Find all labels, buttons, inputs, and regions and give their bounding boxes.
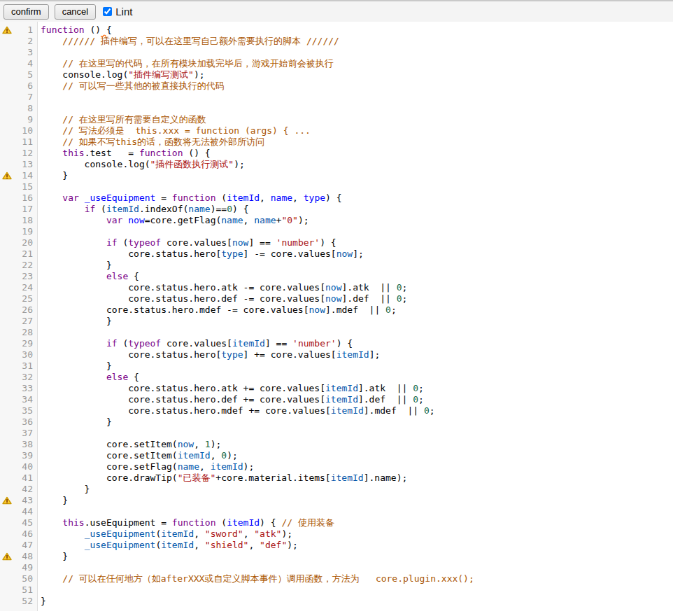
code-line[interactable]: 15 — [0, 181, 673, 192]
gutter-marker-empty — [0, 103, 13, 114]
code-line[interactable]: 37 — [0, 428, 673, 439]
code-line-text: } — [38, 260, 112, 271]
code-line[interactable]: 11 // 如果不写this的话，函数将无法被外部所访问 — [0, 136, 673, 148]
code-line[interactable]: 27 } — [0, 316, 673, 327]
code-line[interactable]: 38 core.setItem(now, 1); — [0, 439, 673, 450]
code-line[interactable]: 10 // 写法必须是 this.xxx = function (args) {… — [0, 125, 673, 136]
gutter-marker-empty — [0, 80, 13, 92]
lint-warning-icon[interactable] — [0, 170, 13, 181]
code-line[interactable]: 50 // 可以在任何地方（如afterXXX或自定义脚本事件）调用函数，方法为… — [0, 573, 673, 584]
code-line[interactable]: 48 } — [0, 551, 673, 562]
code-line[interactable]: 24 core.status.hero.atk -= core.values[n… — [0, 282, 673, 293]
code-line[interactable]: 7 — [0, 92, 673, 103]
code-line[interactable]: 43 } — [0, 495, 673, 506]
code-line-text: } — [38, 416, 112, 428]
code-line[interactable]: 39 core.setItem(itemId, 0); — [0, 450, 673, 461]
code-line[interactable]: 45 this.useEquipment = function (itemId)… — [0, 517, 673, 528]
gutter-marker-empty — [0, 69, 13, 80]
gutter-marker-empty — [0, 316, 13, 327]
code-line[interactable]: 25 core.status.hero.def -= core.values[n… — [0, 293, 673, 304]
code-line[interactable]: 31 } — [0, 360, 673, 372]
line-number: 11 — [13, 136, 38, 148]
code-line[interactable]: 22 } — [0, 260, 673, 271]
code-line-text: console.log("插件函数执行测试"); — [38, 159, 245, 170]
line-number: 20 — [13, 237, 38, 248]
code-line[interactable]: 51 — [0, 584, 673, 596]
lint-label: Lint — [115, 6, 132, 18]
code-line[interactable]: 20 if (typeof core.values[now] == 'numbe… — [0, 237, 673, 248]
code-line-text — [38, 181, 41, 192]
gutter-marker-empty — [0, 204, 13, 215]
code-line[interactable]: 6 // 可以写一些其他的被直接执行的代码 — [0, 80, 673, 92]
code-line-text: // 可以在任何地方（如afterXXX或自定义脚本事件）调用函数，方法为 co… — [38, 573, 474, 584]
code-line[interactable]: 44 — [0, 506, 673, 517]
code-line[interactable]: 21 core.status.hero[type] -= core.values… — [0, 248, 673, 260]
code-line-text — [38, 226, 41, 237]
code-line[interactable]: 23 else { — [0, 271, 673, 282]
code-line[interactable]: 47 _useEquipment(itemId, "shield", "def"… — [0, 540, 673, 551]
code-line[interactable]: 34 core.status.hero.def += core.values[i… — [0, 394, 673, 405]
line-number: 4 — [13, 58, 38, 69]
code-line[interactable]: 42 } — [0, 484, 673, 495]
gutter-marker-empty — [0, 383, 13, 394]
line-number: 15 — [13, 181, 38, 192]
line-number: 41 — [13, 472, 38, 484]
lint-checkbox[interactable] — [103, 7, 112, 16]
code-line[interactable]: 40 core.setFlag(name, itemId); — [0, 461, 673, 472]
code-line[interactable]: 16 var _useEquipment = function (itemId,… — [0, 192, 673, 204]
gutter-marker-empty — [0, 47, 13, 58]
code-line[interactable]: 19 — [0, 226, 673, 237]
code-line-text — [38, 92, 41, 103]
line-number: 26 — [13, 304, 38, 316]
line-number: 14 — [13, 170, 38, 181]
line-number: 8 — [13, 103, 38, 114]
code-line[interactable]: 33 core.status.hero.atk += core.values[i… — [0, 383, 673, 394]
code-line-text: if (itemId.indexOf(name)==0) { — [38, 204, 248, 215]
code-line[interactable]: 41 core.drawTip("已装备"+core.material.item… — [0, 472, 673, 484]
code-line[interactable]: 17 if (itemId.indexOf(name)==0) { — [0, 204, 673, 215]
confirm-button[interactable]: confirm — [3, 4, 49, 20]
code-line[interactable]: 14 } — [0, 170, 673, 181]
code-editor[interactable]: 1function () {2 ////// 插件编写，可以在这里写自己额外需要… — [0, 22, 673, 611]
code-line-text — [38, 428, 41, 439]
lint-toggle[interactable]: Lint — [103, 6, 132, 18]
code-line-text: else { — [38, 372, 139, 383]
line-number: 18 — [13, 215, 38, 226]
gutter-marker-empty — [0, 360, 13, 372]
code-line[interactable]: 4 // 在这里写的代码，在所有模块加载完毕后，游戏开始前会被执行 — [0, 58, 673, 69]
code-line-text: _useEquipment(itemId, "shield", "def"); — [38, 540, 298, 551]
gutter-marker-empty — [0, 562, 13, 573]
code-line[interactable]: 35 core.status.hero.mdef += core.values[… — [0, 405, 673, 416]
code-line[interactable]: 5 console.log("插件编写测试"); — [0, 69, 673, 80]
lint-warning-icon[interactable] — [0, 551, 13, 562]
code-line[interactable]: 13 console.log("插件函数执行测试"); — [0, 159, 673, 170]
code-line[interactable]: 29 if (typeof core.values[itemId] == 'nu… — [0, 338, 673, 349]
code-line[interactable]: 9 // 在这里写所有需要自定义的函数 — [0, 114, 673, 125]
code-line-text: } — [38, 551, 68, 562]
lint-warning-icon[interactable] — [0, 24, 13, 36]
code-line-text: } — [38, 360, 112, 372]
code-line[interactable]: 52} — [0, 596, 673, 607]
code-line-text: core.status.hero[type] -= core.values[no… — [38, 248, 364, 260]
code-line[interactable]: 2 ////// 插件编写，可以在这里写自己额外需要执行的脚本 ////// — [0, 36, 673, 47]
code-line-text: core.status.hero.atk -= core.values[now]… — [38, 282, 407, 293]
code-line[interactable]: 28 — [0, 327, 673, 338]
code-line[interactable]: 8 — [0, 103, 673, 114]
gutter-marker-empty — [0, 394, 13, 405]
cancel-button[interactable]: cancel — [55, 4, 97, 20]
code-line[interactable]: 49 — [0, 562, 673, 573]
code-line[interactable]: 30 core.status.hero[type] += core.values… — [0, 349, 673, 360]
line-number: 17 — [13, 204, 38, 215]
code-line[interactable]: 12 this.test = function () { — [0, 148, 673, 159]
code-line[interactable]: 46 _useEquipment(itemId, "sword", "atk")… — [0, 528, 673, 540]
code-line[interactable]: 18 var now=core.getFlag(name, name+"0"); — [0, 215, 673, 226]
line-number: 2 — [13, 36, 38, 47]
lint-warning-icon[interactable] — [0, 495, 13, 506]
line-number: 34 — [13, 394, 38, 405]
code-line[interactable]: 3 — [0, 47, 673, 58]
code-line-text — [38, 506, 41, 517]
code-line[interactable]: 36 } — [0, 416, 673, 428]
code-line[interactable]: 1function () { — [0, 24, 673, 36]
code-line[interactable]: 32 else { — [0, 372, 673, 383]
code-line[interactable]: 26 core.status.hero.mdef -= core.values[… — [0, 304, 673, 316]
